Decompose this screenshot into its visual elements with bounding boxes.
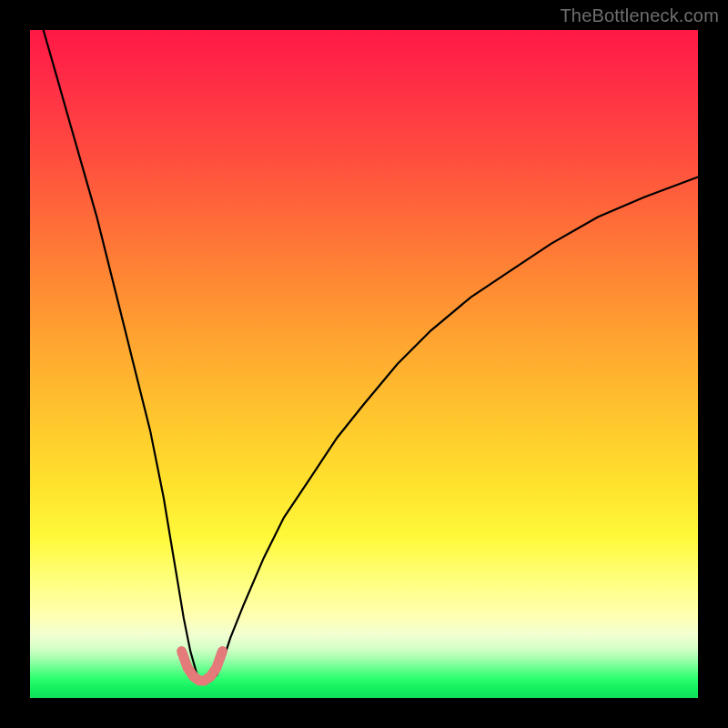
chart-frame: TheBottleneck.com <box>0 0 728 728</box>
chart-plot-area <box>30 30 698 698</box>
watermark-text: TheBottleneck.com <box>560 5 719 26</box>
chart-svg <box>30 30 698 698</box>
bottleneck-curve <box>44 30 698 682</box>
optimal-range-marker <box>182 652 223 681</box>
